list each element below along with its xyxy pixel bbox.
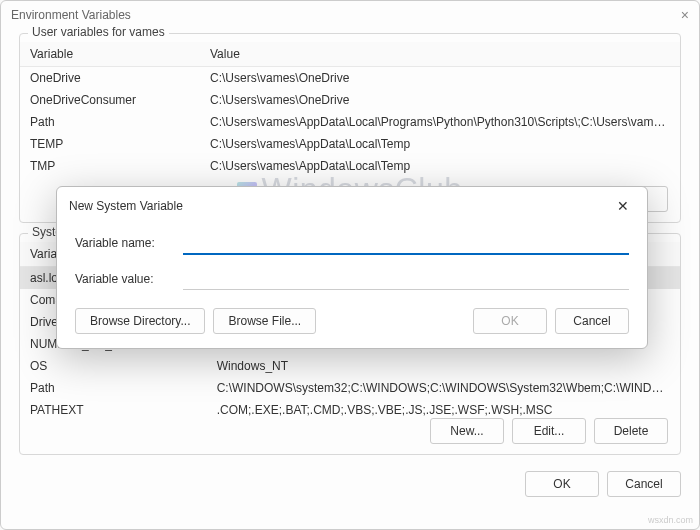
variable-name-label: Variable name: [75,236,173,250]
cell-value: C:\WINDOWS\system32;C:\WINDOWS;C:\WINDOW… [207,377,680,399]
cell-variable: PATHEXT [20,399,207,421]
col-header-value[interactable]: Value [200,42,680,67]
cell-variable: Path [20,111,200,133]
modal-ok-button[interactable]: OK [473,308,547,334]
browse-file-button[interactable]: Browse File... [213,308,316,334]
variable-value-input[interactable] [183,267,629,290]
cell-variable: OneDriveConsumer [20,89,200,111]
modal-title-bar: New System Variable ✕ [57,187,647,225]
variable-name-row: Variable name: [57,225,647,261]
user-vars-table: Variable Value OneDriveC:\Users\vames\On… [20,42,680,177]
credit-text: wsxdn.com [648,515,693,525]
main-button-row: OK Cancel [1,465,699,507]
variable-value-label: Variable value: [75,272,173,286]
table-row[interactable]: PathC:\WINDOWS\system32;C:\WINDOWS;C:\WI… [20,377,680,399]
table-row[interactable]: TMPC:\Users\vames\AppData\Local\Temp [20,155,680,177]
cell-value: C:\Users\vames\AppData\Local\Programs\Py… [200,111,680,133]
col-header-variable[interactable]: Variable [20,42,200,67]
main-cancel-button[interactable]: Cancel [607,471,681,497]
close-icon[interactable]: ✕ [609,194,637,218]
table-row[interactable]: PathC:\Users\vames\AppData\Local\Program… [20,111,680,133]
modal-cancel-button[interactable]: Cancel [555,308,629,334]
browse-directory-button[interactable]: Browse Directory... [75,308,205,334]
table-row[interactable]: TEMPC:\Users\vames\AppData\Local\Temp [20,133,680,155]
user-vars-label: User variables for vames [28,25,169,39]
system-new-button[interactable]: New... [430,418,504,444]
cell-value: C:\Users\vames\AppData\Local\Temp [200,155,680,177]
cell-variable: TEMP [20,133,200,155]
modal-button-row: Browse Directory... Browse File... OK Ca… [57,296,647,348]
window-title: Environment Variables [11,8,131,22]
system-delete-button[interactable]: Delete [594,418,668,444]
close-icon[interactable]: × [681,7,689,23]
table-row[interactable]: OSWindows_NT [20,355,680,377]
cell-value: C:\Users\vames\OneDrive [200,67,680,90]
modal-title: New System Variable [69,199,183,213]
cell-value: C:\Users\vames\AppData\Local\Temp [200,133,680,155]
main-ok-button[interactable]: OK [525,471,599,497]
cell-value: Windows_NT [207,355,680,377]
variable-value-row: Variable value: [57,261,647,296]
cell-variable: OS [20,355,207,377]
cell-value: C:\Users\vames\OneDrive [200,89,680,111]
cell-variable: OneDrive [20,67,200,90]
table-row[interactable]: OneDriveC:\Users\vames\OneDrive [20,67,680,90]
system-edit-button[interactable]: Edit... [512,418,586,444]
cell-variable: Path [20,377,207,399]
table-row[interactable]: OneDriveConsumerC:\Users\vames\OneDrive [20,89,680,111]
variable-name-input[interactable] [183,231,629,255]
cell-variable: TMP [20,155,200,177]
new-system-variable-dialog: New System Variable ✕ Variable name: Var… [56,186,648,349]
